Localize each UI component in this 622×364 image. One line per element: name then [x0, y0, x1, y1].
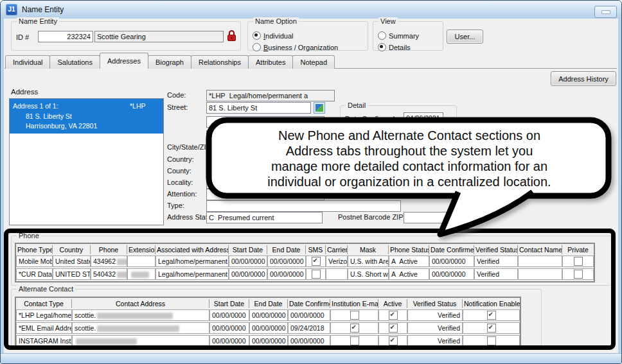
checkbox-checked[interactable]	[389, 324, 398, 333]
sms-cell[interactable]	[306, 256, 326, 267]
checkbox-checked[interactable]	[487, 324, 496, 333]
private-cell[interactable]	[562, 268, 594, 280]
business-organization-radio[interactable]: Business / Organization	[253, 43, 338, 51]
id-input[interactable]	[38, 31, 93, 42]
institution-e-mail-cell[interactable]	[330, 322, 378, 334]
end-date-cell[interactable]: 00/00/0000	[267, 256, 306, 267]
start-date-cell[interactable]: 00/00/0000	[209, 335, 249, 347]
tab-salutations[interactable]: Salutations	[49, 55, 100, 69]
end-date-cell[interactable]: 00/00/0000	[249, 322, 288, 334]
checkbox-checked[interactable]	[350, 324, 359, 333]
tab-biograph[interactable]: Biograph	[148, 55, 191, 69]
start-date-cell[interactable]: 00/00/0000	[209, 322, 249, 334]
table-row[interactable]: *EML Email Addressscottie.00/00/000000/0…	[16, 322, 520, 334]
column-header-date-confirmed[interactable]: Date Confirmed	[429, 245, 474, 254]
checkbox-unchecked[interactable]	[487, 336, 496, 345]
date-confirmed-cell[interactable]: 00/00/0000	[429, 268, 474, 280]
minimize-button[interactable]	[594, 6, 617, 18]
phone-type-cell[interactable]: Mobile Mobile	[16, 256, 53, 267]
name-input[interactable]	[94, 31, 224, 42]
active-cell[interactable]	[378, 322, 407, 334]
contact-type-cell[interactable]: *EML Email Address	[16, 322, 72, 334]
notification-enabled-cell[interactable]	[463, 335, 520, 347]
checkbox-unchecked[interactable]	[350, 336, 359, 345]
checkbox-unchecked[interactable]	[350, 311, 359, 320]
checkbox-checked[interactable]	[389, 311, 398, 320]
checkbox-checked[interactable]	[487, 311, 496, 320]
column-header-active[interactable]: Active	[378, 299, 407, 308]
address-history-button[interactable]: Address History	[551, 71, 616, 86]
column-header-notification-enabled[interactable]: Notification Enabled	[463, 299, 520, 308]
column-header-phone-status[interactable]: Phone Status	[389, 245, 429, 254]
column-header-start-date[interactable]: Start Date	[229, 245, 267, 254]
country-cell[interactable]: United States	[53, 256, 91, 267]
phone-status-cell[interactable]: A Active	[389, 268, 429, 280]
code-input[interactable]	[206, 90, 335, 101]
active-cell[interactable]	[378, 335, 407, 347]
summary-radio[interactable]: Summary	[378, 31, 419, 40]
address-listbox[interactable]: Address 1 of 1: *LHP 81 S. Liberty St Ha…	[9, 98, 164, 225]
column-header-contact-address[interactable]: Contact Address	[72, 299, 209, 308]
checkbox-checked[interactable]	[312, 257, 321, 266]
checkbox-unchecked[interactable]	[312, 270, 321, 279]
phone-status-cell[interactable]: A Active	[389, 256, 429, 267]
phone-cell[interactable]: 434962	[91, 256, 127, 267]
contact-address-cell[interactable]: scottie.	[72, 309, 209, 321]
column-header-carrier[interactable]: Carrier	[326, 245, 348, 254]
end-date-cell[interactable]: 00/00/0000	[249, 335, 288, 347]
checkbox-checked[interactable]	[389, 336, 398, 345]
column-header-date-confirmed[interactable]: Date Confirmed	[288, 299, 330, 308]
column-header-country[interactable]: Country	[53, 245, 91, 254]
street-input[interactable]	[206, 102, 311, 114]
column-header-extension[interactable]: Extension	[127, 245, 156, 254]
mask-cell[interactable]: U.S. with Area	[348, 256, 389, 267]
column-header-end-date[interactable]: End Date	[249, 299, 288, 308]
contact-address-cell[interactable]	[72, 335, 209, 347]
phone-cell[interactable]: 540432	[91, 268, 127, 280]
table-row[interactable]: INSTAGRAM Instagsg00/00/000000/00/000000…	[16, 335, 520, 347]
date-confirmed-cell[interactable]: 09/24/2018	[288, 322, 330, 334]
active-cell[interactable]	[378, 309, 407, 321]
checkbox-unchecked[interactable]	[574, 270, 583, 279]
column-header-phone[interactable]: Phone	[91, 245, 127, 254]
column-header-phone-type[interactable]: Phone Type	[16, 245, 53, 254]
start-date-cell[interactable]: 00/00/0000	[229, 268, 267, 280]
column-header-verified-status[interactable]: Verified Status	[474, 245, 518, 254]
contact-type-cell[interactable]: INSTAGRAM Instagsg	[16, 335, 72, 347]
contact-name-cell[interactable]	[518, 268, 562, 280]
verified-status-cell[interactable]: Verified	[407, 335, 463, 347]
details-radio[interactable]: Details	[378, 43, 411, 51]
column-header-institution-e-mail[interactable]: Institution E-mail	[330, 299, 378, 308]
column-header-verified-status[interactable]: Verified Status	[407, 299, 463, 308]
date-confirmed-cell[interactable]: 00/00/0000	[429, 256, 474, 267]
title-bar[interactable]: J1 Name Entity	[1, 1, 621, 19]
tab-attributes[interactable]: Attributes	[248, 55, 293, 69]
tab-individual[interactable]: Individual	[5, 55, 50, 69]
column-header-contact-type[interactable]: Contact Type	[16, 299, 72, 308]
column-header-contact-name[interactable]: Contact Name	[518, 245, 562, 254]
individual-radio[interactable]: Individual	[253, 31, 293, 40]
end-date-cell[interactable]: 00/00/0000	[249, 309, 288, 321]
verified-status-cell[interactable]: Verified	[474, 256, 518, 267]
date-confirmed-cell[interactable]: 00/00/0000	[288, 335, 330, 347]
column-header-mask[interactable]: Mask	[348, 245, 389, 254]
carrier-cell[interactable]	[326, 268, 348, 280]
verified-status-cell[interactable]: Verified	[407, 309, 463, 321]
carrier-cell[interactable]: Verizon	[326, 256, 348, 267]
tab-addresses[interactable]: Addresses	[100, 53, 148, 69]
table-row[interactable]: Mobile MobileUnited States434962Legal/ho…	[16, 256, 594, 267]
address-list-item[interactable]: Address 1 of 1: *LHP 81 S. Liberty St Ha…	[10, 99, 163, 134]
contact-type-cell[interactable]: *LHP Legal/home/pe	[16, 309, 72, 321]
contact-name-cell[interactable]	[518, 256, 562, 267]
start-date-cell[interactable]: 00/00/0000	[229, 256, 267, 267]
private-cell[interactable]	[562, 256, 594, 267]
date-confirmed-cell[interactable]: 00/00/0000	[288, 309, 330, 321]
institution-e-mail-cell[interactable]	[330, 309, 378, 321]
table-row[interactable]: *LHP Legal/home/pescottie.00/00/000000/0…	[16, 309, 520, 321]
table-row[interactable]: *CUR Data *CUNITED STA540432Legal/home/p…	[16, 268, 594, 280]
mask-cell[interactable]: U.S. Short with	[348, 268, 389, 280]
street-lookup-button[interactable]	[314, 102, 325, 114]
verified-status-cell[interactable]: Verified	[474, 268, 518, 280]
notification-enabled-cell[interactable]	[463, 309, 520, 321]
column-header-start-date[interactable]: Start Date	[209, 299, 249, 308]
